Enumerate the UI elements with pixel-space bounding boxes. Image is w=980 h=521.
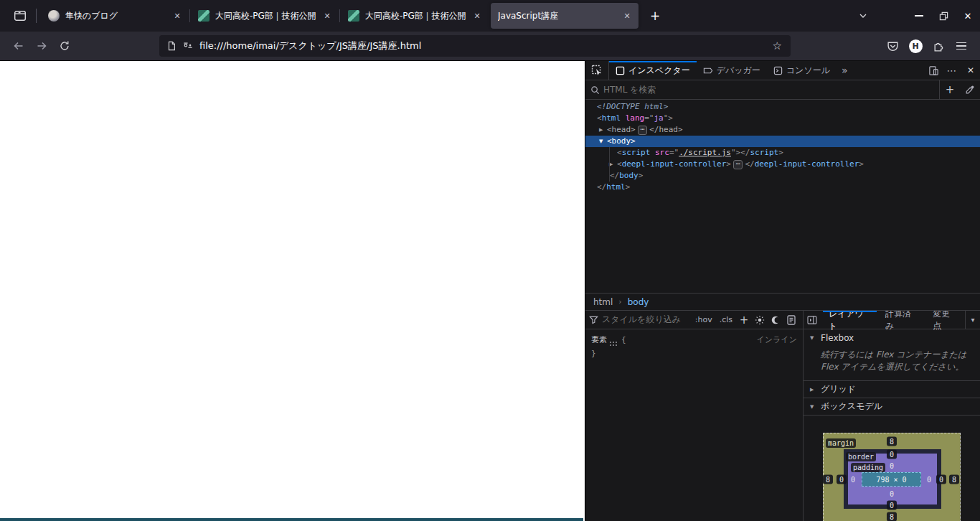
markup-view: <!DOCTYPE html><html lang="ja">▶<head>⋯<… bbox=[585, 100, 980, 293]
margin-label: margin bbox=[826, 438, 856, 448]
url-text[interactable]: file:///home/imai/デスクトップ/JS講座/JS講座.html bbox=[199, 39, 421, 52]
site-permissions-icon[interactable] bbox=[182, 41, 194, 51]
border-right-value[interactable]: 0 bbox=[936, 475, 946, 484]
pseudo-hov-button[interactable]: :hov bbox=[692, 315, 716, 324]
create-node-button[interactable]: + bbox=[940, 80, 960, 99]
pgclub-favicon bbox=[198, 10, 209, 22]
markup-line[interactable]: <html lang="ja"> bbox=[585, 113, 980, 124]
margin-top-value[interactable]: 8 bbox=[887, 437, 897, 446]
tab-label: デバッガー bbox=[717, 65, 760, 77]
page-icon bbox=[166, 41, 176, 51]
dark-scheme-button[interactable] bbox=[768, 312, 783, 328]
eyedropper-button[interactable] bbox=[960, 80, 980, 99]
markup-line[interactable]: ▶<head>⋯</head> bbox=[585, 124, 980, 136]
collapsed-children-badge[interactable]: ⋯ bbox=[638, 126, 647, 135]
url-bar[interactable]: file:///home/imai/デスクトップ/JS講座/JS講座.html … bbox=[159, 35, 791, 57]
print-media-button[interactable] bbox=[783, 312, 799, 328]
expand-arrow-open-icon[interactable]: ▼ bbox=[599, 136, 607, 147]
collapsed-children-badge[interactable]: ⋯ bbox=[733, 160, 743, 169]
reload-button[interactable] bbox=[53, 35, 76, 57]
tab-close-button[interactable]: ✕ bbox=[320, 9, 334, 23]
menu-button[interactable] bbox=[950, 35, 973, 57]
markup-search-bar[interactable]: HTML を検索 + bbox=[585, 80, 980, 100]
margin-bottom-value[interactable]: 8 bbox=[887, 512, 897, 521]
filter-styles-input[interactable]: スタイルを絞り込み bbox=[602, 314, 692, 326]
flex-grid-toggle-icon[interactable] bbox=[610, 342, 618, 347]
tab-pgclub-2[interactable]: 大同高校-PG部｜技術公開 ✕ bbox=[341, 3, 489, 29]
rule-location[interactable]: インライン bbox=[757, 334, 797, 346]
responsive-design-mode-button[interactable] bbox=[924, 61, 943, 80]
margin-left-value[interactable]: 8 bbox=[823, 475, 833, 484]
border-top-value[interactable]: 0 bbox=[887, 450, 897, 459]
pocket-button[interactable] bbox=[881, 35, 904, 57]
light-scheme-button[interactable] bbox=[752, 312, 768, 328]
tab-close-button[interactable]: ✕ bbox=[170, 9, 184, 23]
margin-right-value[interactable]: 8 bbox=[949, 475, 959, 484]
markup-line[interactable]: <!DOCTYPE html> bbox=[585, 101, 980, 113]
page-viewport[interactable] bbox=[0, 61, 585, 521]
tab-changes[interactable]: 変更点 bbox=[925, 311, 965, 329]
tab-pgclub-1[interactable]: 大同高校-PG部｜技術公開 ✕ bbox=[191, 3, 339, 29]
blog-avatar-favicon bbox=[48, 10, 60, 22]
markup-line[interactable]: </html> bbox=[585, 182, 980, 193]
devtools-bottom-split: スタイルを絞り込み :hov .cls + bbox=[585, 310, 980, 521]
padding-top-value[interactable]: 0 bbox=[888, 461, 895, 471]
console-icon bbox=[773, 66, 783, 75]
tab-bar: 隼快のブログ ✕ 大同高校-PG部｜技術公開 ✕ 大同高校-PG部｜技術公開 ✕… bbox=[0, 0, 980, 32]
padding-right-value[interactable]: 0 bbox=[925, 475, 933, 484]
inspector-icon bbox=[616, 66, 625, 75]
restore-button[interactable] bbox=[931, 0, 956, 32]
expand-arrow-closed-icon[interactable]: ▶ bbox=[599, 124, 607, 136]
padding-left-value[interactable]: 0 bbox=[849, 475, 857, 484]
firefox-view-icon bbox=[14, 9, 27, 22]
tab-layout[interactable]: レイアウト bbox=[821, 311, 878, 329]
breadcrumb-body[interactable]: body bbox=[628, 297, 649, 307]
tab-inspector[interactable]: インスペクター bbox=[609, 61, 697, 80]
more-tabs-button[interactable]: » bbox=[837, 61, 853, 80]
add-rule-button[interactable]: + bbox=[736, 312, 752, 328]
box-model-content-region[interactable]: 798 × 0 bbox=[862, 472, 921, 487]
back-button[interactable] bbox=[7, 35, 30, 57]
class-cls-button[interactable]: .cls bbox=[716, 315, 736, 324]
border-left-value[interactable]: 0 bbox=[837, 475, 847, 484]
markup-line[interactable]: ▼<body> bbox=[585, 136, 980, 147]
devtools-close-button[interactable]: ✕ bbox=[961, 61, 980, 80]
tab-blog[interactable]: 隼快のブログ ✕ bbox=[41, 3, 189, 29]
close-window-button[interactable]: ✕ bbox=[956, 0, 980, 32]
tab-console[interactable]: コンソール bbox=[767, 61, 837, 80]
tab-computed[interactable]: 計算済み bbox=[878, 311, 925, 329]
expand-arrow-closed-icon[interactable]: ▶ bbox=[609, 159, 617, 170]
devtools-menu-button[interactable]: ⋯ bbox=[943, 61, 961, 80]
new-tab-button[interactable]: + bbox=[645, 6, 665, 26]
padding-bottom-value[interactable]: 0 bbox=[888, 489, 895, 499]
list-all-tabs-button[interactable] bbox=[852, 5, 874, 27]
markup-line[interactable]: ▶<deepl-input-controller>⋯</deepl-input-… bbox=[585, 159, 980, 170]
tab-js-course-active[interactable]: JavaScript講座 ✕ bbox=[491, 3, 639, 29]
filter-funnel-icon bbox=[589, 315, 598, 324]
toggle-sidebar-button[interactable] bbox=[804, 311, 821, 329]
markup-line[interactable]: <script src="./script.js"></script> bbox=[585, 147, 980, 159]
tab-close-button[interactable]: ✕ bbox=[470, 9, 484, 23]
styles-rules[interactable]: 要素{ インライン } bbox=[585, 329, 803, 521]
border-label: border bbox=[846, 452, 876, 461]
pocket-icon bbox=[887, 40, 899, 52]
rule-selector[interactable]: 要素 bbox=[591, 335, 607, 344]
forward-button[interactable] bbox=[30, 35, 53, 57]
sidebar-caret-button[interactable]: ▾ bbox=[965, 311, 980, 329]
markup-line[interactable]: </body> bbox=[585, 170, 980, 182]
grid-section-header[interactable]: ▶ グリッド bbox=[804, 381, 980, 398]
firefox-view-button[interactable] bbox=[9, 4, 32, 27]
breadcrumb-html[interactable]: html bbox=[593, 297, 613, 307]
border-bottom-value[interactable]: 0 bbox=[887, 501, 897, 510]
search-placeholder: HTML を検索 bbox=[603, 84, 939, 96]
minimize-button[interactable] bbox=[907, 0, 931, 32]
account-button[interactable]: H bbox=[904, 35, 927, 57]
flexbox-section-header[interactable]: ▼ Flexbox bbox=[804, 329, 980, 347]
tab-debugger[interactable]: デバッガー bbox=[697, 61, 767, 80]
boxmodel-section-header[interactable]: ▼ ボックスモデル bbox=[804, 398, 980, 416]
tab-close-button[interactable]: ✕ bbox=[620, 9, 634, 23]
puzzle-icon bbox=[933, 40, 945, 52]
extensions-button[interactable] bbox=[927, 35, 950, 57]
bookmark-star-icon[interactable]: ☆ bbox=[768, 39, 786, 52]
node-picker-button[interactable] bbox=[585, 61, 609, 80]
